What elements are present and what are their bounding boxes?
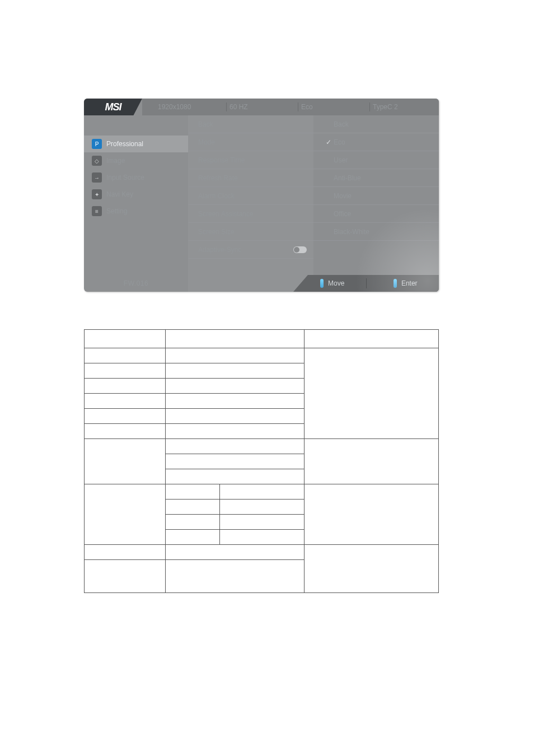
option-label: Mode xyxy=(198,138,307,146)
joystick-icon xyxy=(394,279,397,288)
option-label: Back xyxy=(334,120,432,128)
check-icon xyxy=(324,138,334,146)
navi-key-icon: ✦ xyxy=(92,189,102,199)
submenu-col-2: Back Eco User Anti-Blue Movie Office Bla… xyxy=(313,115,439,292)
status-resolution: 1920x1080 xyxy=(158,103,224,111)
hint-enter: Enter xyxy=(367,279,439,288)
monitor-osd: MSI 1920x1080 60 HZ Eco TypeC 2 P Profes… xyxy=(84,99,439,292)
option-label: Back xyxy=(198,120,307,128)
option-label: Eco xyxy=(334,138,432,146)
sidebar-item-navi-key[interactable]: ✦ Navi Key xyxy=(84,186,188,203)
status-divider xyxy=(298,102,299,111)
option-screen-assistance[interactable]: Screen Assistance xyxy=(188,204,313,222)
hint-label: Enter xyxy=(401,279,418,287)
submenu-col-1: Back Mode Response Time Refresh Rate Ala… xyxy=(188,115,313,292)
hint-label: Move xyxy=(328,279,344,287)
option-label: Screen Assistance xyxy=(198,210,307,218)
osd-header: MSI 1920x1080 60 HZ Eco TypeC 2 xyxy=(84,99,439,115)
mode-black-white[interactable]: Black-White xyxy=(313,222,439,240)
sidebar-item-setting[interactable]: ≡ Setting xyxy=(84,203,188,220)
sidebar-item-label: Professional xyxy=(106,140,143,148)
option-label: User xyxy=(334,156,432,164)
status-input: TypeC 2 xyxy=(373,103,439,111)
option-label: Screen Size xyxy=(198,228,307,236)
firmware-label: FW.016 xyxy=(84,275,188,292)
sidebar-item-label: Input Source xyxy=(106,174,144,181)
option-adaptive-sync[interactable]: Adaptive-Sync xyxy=(188,240,313,258)
sidebar-item-label: Setting xyxy=(106,207,127,215)
mode-office[interactable]: Office xyxy=(313,204,439,222)
mode-back[interactable]: Back xyxy=(313,115,439,133)
toggle-off-icon[interactable] xyxy=(293,246,307,253)
sidebar-item-input-source[interactable]: → Input Source xyxy=(84,169,188,186)
option-refresh-rate[interactable]: Refresh Rate xyxy=(188,169,313,186)
sidebar-item-professional[interactable]: P Professional xyxy=(84,136,188,152)
option-alarm-clock[interactable]: Alarm Clock xyxy=(188,186,313,204)
sidebar-item-image[interactable]: ◇ Image xyxy=(84,152,188,169)
submenu-panel: Back Mode Response Time Refresh Rate Ala… xyxy=(188,115,439,292)
joystick-icon xyxy=(320,279,324,288)
mode-movie[interactable]: Movie xyxy=(313,186,439,204)
option-label: Refresh Rate xyxy=(198,174,307,182)
main-menu-sidebar: P Professional ◇ Image → Input Source ✦ … xyxy=(84,115,188,292)
mode-user[interactable]: User xyxy=(313,151,439,169)
professional-icon: P xyxy=(92,139,102,149)
osd-body: P Professional ◇ Image → Input Source ✦ … xyxy=(84,115,439,292)
option-label: Response Time xyxy=(198,156,307,164)
sidebar-item-label: Navi Key xyxy=(106,190,133,198)
status-refresh: 60 HZ xyxy=(229,103,296,111)
sidebar-item-label: Image xyxy=(106,157,125,165)
option-label: Movie xyxy=(334,192,432,200)
option-label: Office xyxy=(334,210,432,218)
status-divider xyxy=(226,102,227,111)
status-divider xyxy=(369,102,371,111)
status-bar: 1920x1080 60 HZ Eco TypeC 2 xyxy=(142,99,439,115)
hint-move: Move xyxy=(293,279,366,288)
option-screen-size[interactable]: Screen Size xyxy=(188,222,313,240)
status-preset: Eco xyxy=(301,103,367,111)
option-label: Anti-Blue xyxy=(334,174,432,182)
panel-spacer xyxy=(188,258,313,292)
spec-table xyxy=(84,329,439,593)
brand-logo: MSI xyxy=(84,99,142,115)
option-label: Black-White xyxy=(334,228,432,236)
mode-eco[interactable]: Eco xyxy=(313,133,439,151)
option-label: Alarm Clock xyxy=(198,192,307,200)
option-response-time[interactable]: Response Time xyxy=(188,151,313,169)
option-label: Adaptive-Sync xyxy=(198,246,293,254)
option-mode[interactable]: Mode xyxy=(188,133,313,151)
input-source-icon: → xyxy=(92,172,102,183)
mode-anti-blue[interactable]: Anti-Blue xyxy=(313,169,439,186)
image-icon: ◇ xyxy=(92,156,102,166)
setting-icon: ≡ xyxy=(92,206,102,216)
nav-hint-bar: Move Enter xyxy=(293,275,439,292)
option-back[interactable]: Back xyxy=(188,115,313,133)
